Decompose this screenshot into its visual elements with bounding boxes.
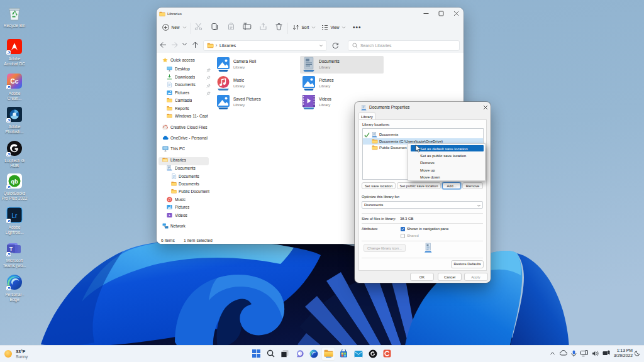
svg-text:Cc: Cc <box>11 78 19 85</box>
svg-text:Lr: Lr <box>12 212 18 219</box>
svg-text:qb: qb <box>11 178 18 185</box>
svg-text:T: T <box>9 246 13 252</box>
